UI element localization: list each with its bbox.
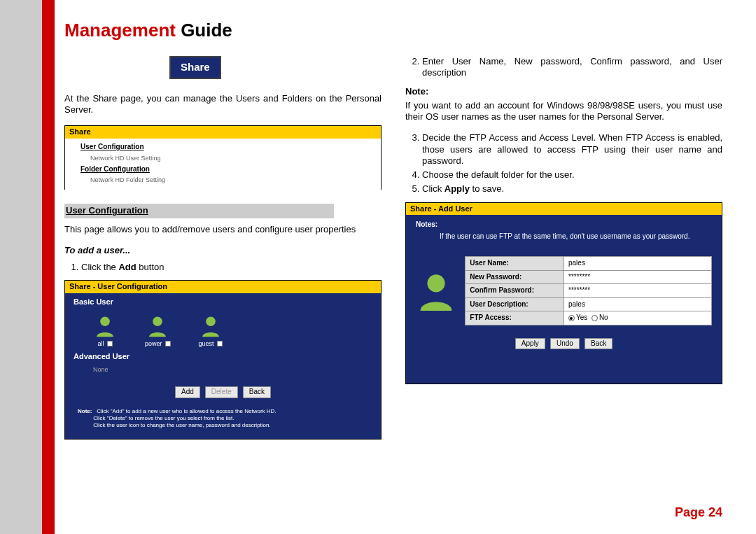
ss1-folder-config-link: Folder Configuration <box>80 165 365 174</box>
ss3-notes: Notes: If the user can use FTP at the sa… <box>416 220 712 241</box>
page-red-bar <box>42 0 55 534</box>
ss3-form: User Name: pales New Password: ******** … <box>406 252 722 332</box>
screenshot-user-config: Share - User Configuration Basic User al… <box>64 280 382 440</box>
value-ftp-access: Yes No <box>564 311 711 325</box>
person-icon <box>146 314 169 338</box>
person-icon <box>416 272 456 311</box>
label-user-desc: User Description: <box>465 297 564 311</box>
undo-button[interactable]: Undo <box>550 338 580 350</box>
ss3-user-icon <box>416 256 456 325</box>
svg-point-2 <box>206 316 216 326</box>
step-2: Enter User Name, New password, Confirm p… <box>422 56 722 79</box>
svg-point-0 <box>100 316 110 326</box>
delete-button[interactable]: Delete <box>205 386 238 398</box>
label-confirm-password: Confirm Password: <box>465 284 564 298</box>
screenshot-share-menu: Share User Configuration Network HD User… <box>64 125 382 190</box>
note-body: If you want to add an account for Window… <box>405 100 722 123</box>
title-red: Management <box>64 20 176 41</box>
ss3-form-table: User Name: pales New Password: ******** … <box>465 256 712 325</box>
label-ftp-access: FTP Access: <box>465 311 564 325</box>
ss2-buttons: Add Delete Back <box>65 386 381 398</box>
ss1-user-sub: Network HD User Setting <box>90 155 356 162</box>
label-new-password: New Password: <box>465 270 564 284</box>
add-button[interactable]: Add <box>175 386 200 398</box>
steps-list-1: Click the Add button <box>81 262 382 273</box>
ss2-advanced-label: Advanced User <box>74 352 381 362</box>
step-3: Decide the FTP Access and Access Level. … <box>422 132 722 167</box>
value-confirm-password[interactable]: ******** <box>564 284 711 298</box>
screenshot-add-user: Share - Add User Notes: If the user can … <box>405 202 722 384</box>
to-add-heading: To add a user... <box>64 245 382 256</box>
svg-point-1 <box>153 316 162 326</box>
back-button[interactable]: Back <box>243 386 271 398</box>
person-icon <box>93 314 117 338</box>
radio-yes[interactable] <box>568 315 575 321</box>
svg-point-3 <box>428 274 445 292</box>
checkbox-icon <box>165 341 171 346</box>
page-number: Page 24 <box>675 505 722 520</box>
value-user-desc[interactable]: pales <box>564 297 711 311</box>
person-icon <box>199 314 223 338</box>
user-icon-all: all <box>93 314 117 348</box>
note-heading: Note: <box>405 86 722 97</box>
ss2-user-icons: all power guest <box>93 314 381 348</box>
label-user-name: User Name: <box>465 257 564 271</box>
step-1: Click the Add button <box>81 262 382 273</box>
apply-button[interactable]: Apply <box>515 338 545 350</box>
back-button[interactable]: Back <box>584 338 612 350</box>
share-chip: Share <box>169 56 221 79</box>
user-config-para: This page allows you to add/remove users… <box>64 224 382 235</box>
share-chip-wrap: Share <box>64 56 382 89</box>
title-black: Guide <box>176 20 232 41</box>
radio-no[interactable] <box>592 315 598 321</box>
steps-list-2: Enter User Name, New password, Confirm p… <box>422 56 722 79</box>
ss2-note: Note: Click "Add" to add a new user who … <box>78 408 368 430</box>
checkbox-icon <box>217 341 223 346</box>
intro-paragraph: At the Share page, you can manage the Us… <box>64 93 382 116</box>
steps-list-3: Decide the FTP Access and Access Level. … <box>422 132 722 195</box>
ss2-title: Share - User Configuration <box>65 281 381 293</box>
ss2-basic-label: Basic User <box>74 297 381 307</box>
ss1-title: Share <box>65 126 381 139</box>
ss2-none: None <box>93 366 381 374</box>
ss3-buttons: Apply Undo Back <box>406 338 722 357</box>
content-columns: Share At the Share page, you can manage … <box>64 56 722 499</box>
value-user-name[interactable]: pales <box>564 257 711 271</box>
ss3-title: Share - Add User <box>406 203 722 216</box>
user-icon-guest: guest <box>199 314 223 348</box>
ss1-user-config-link: User Configuration <box>80 143 365 152</box>
user-config-heading: User Configuration <box>64 204 334 218</box>
step-4: Choose the default folder for the user. <box>422 169 722 181</box>
ss1-folder-sub: Network HD Folder Setting <box>90 176 356 184</box>
checkbox-icon <box>107 341 113 346</box>
value-new-password[interactable]: ******** <box>564 270 711 284</box>
step-5: Click Apply to save. <box>422 183 722 195</box>
page-title: Management Guide <box>64 20 232 41</box>
user-icon-power: power <box>145 314 171 348</box>
